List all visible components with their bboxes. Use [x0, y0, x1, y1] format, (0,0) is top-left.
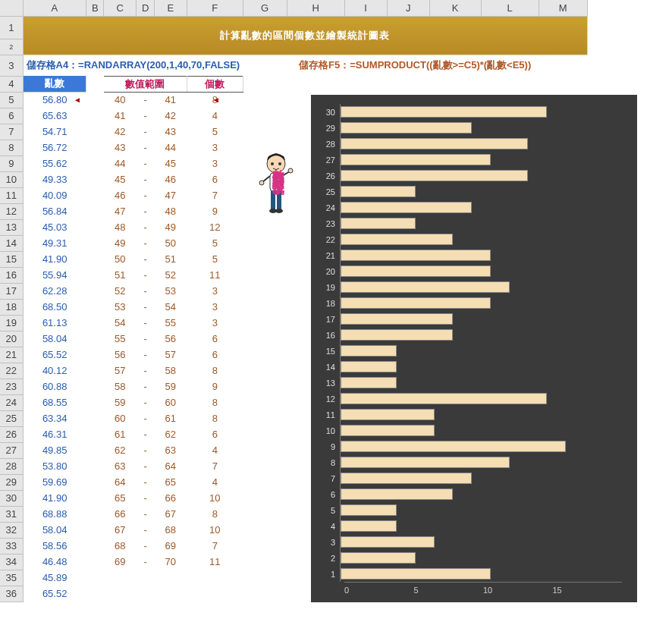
cell-E32[interactable]: 68	[154, 522, 187, 538]
cell-F11[interactable]: 7	[187, 187, 243, 203]
row-header-5[interactable]: 5	[0, 92, 23, 108]
cell-D16[interactable]: -	[137, 267, 154, 283]
cell-A9[interactable]: 55.62	[23, 156, 86, 171]
cell-D20[interactable]: -	[137, 331, 154, 347]
cell-C17[interactable]: 52	[104, 283, 137, 299]
cell-D9[interactable]: -	[137, 156, 154, 171]
cell-F21[interactable]: 6	[187, 347, 243, 363]
cell-F12[interactable]: 9	[187, 203, 243, 219]
cell-E27[interactable]: 63	[154, 442, 187, 458]
cell-E22[interactable]: 58	[154, 363, 187, 379]
cell-F29[interactable]: 4	[187, 474, 243, 490]
cell-C7[interactable]: 42	[104, 124, 137, 140]
cell-C11[interactable]: 46	[104, 187, 137, 203]
cell-C22[interactable]: 57	[104, 363, 137, 379]
cell-C24[interactable]: 59	[104, 394, 137, 410]
cell-A10[interactable]: 49.33	[23, 171, 86, 187]
row-header-12[interactable]: 12	[0, 203, 23, 219]
cell-F23[interactable]: 9	[187, 379, 243, 394]
cell-E23[interactable]: 59	[154, 379, 187, 394]
row-header-9[interactable]: 9	[0, 156, 23, 171]
cell-E11[interactable]: 47	[154, 187, 187, 203]
cell-A26[interactable]: 46.31	[23, 426, 86, 442]
cell-C12[interactable]: 47	[104, 203, 137, 219]
col-header-K[interactable]: K	[429, 0, 481, 16]
row-header-30[interactable]: 30	[0, 490, 23, 506]
cell-A27[interactable]: 49.85	[23, 442, 86, 458]
cell-A16[interactable]: 55.94	[23, 267, 86, 283]
col-header-L[interactable]: L	[481, 0, 539, 16]
cell-E19[interactable]: 55	[154, 315, 187, 331]
cell-E7[interactable]: 43	[154, 124, 187, 140]
row-header-16[interactable]: 16	[0, 267, 23, 283]
cell-A17[interactable]: 62.28	[23, 283, 86, 299]
cell-A36[interactable]: 65.52	[23, 586, 86, 602]
col-header-B[interactable]: B	[86, 0, 104, 16]
cell-C26[interactable]: 61	[104, 426, 137, 442]
cell-D27[interactable]: -	[137, 442, 154, 458]
cell-A6[interactable]: 65.63	[23, 108, 86, 124]
cell-F15[interactable]: 5	[187, 251, 243, 267]
cell-A24[interactable]: 68.55	[23, 394, 86, 410]
row-header-18[interactable]: 18	[0, 299, 23, 315]
cell-C16[interactable]: 51	[104, 267, 137, 283]
cell-A14[interactable]: 49.31	[23, 235, 86, 251]
row-header-15[interactable]: 15	[0, 251, 23, 267]
col-header-A[interactable]: A	[23, 0, 86, 16]
cell-F20[interactable]: 6	[187, 331, 243, 347]
cell-D24[interactable]: -	[137, 394, 154, 410]
cell-D6[interactable]: -	[137, 108, 154, 124]
row-header-27[interactable]: 27	[0, 442, 23, 458]
cell-E9[interactable]: 45	[154, 156, 187, 171]
row-header-20[interactable]: 20	[0, 331, 23, 347]
cell-A13[interactable]: 45.03	[23, 219, 86, 235]
cell-D28[interactable]: -	[137, 458, 154, 474]
col-header-J[interactable]: J	[387, 0, 429, 16]
cell-D18[interactable]: -	[137, 299, 154, 315]
cell-C5[interactable]: 40	[104, 92, 137, 108]
cell-D34[interactable]: -	[137, 554, 154, 570]
cell-A35[interactable]: 45.89	[23, 570, 86, 586]
cell-D31[interactable]: -	[137, 506, 154, 522]
cell-D17[interactable]: -	[137, 283, 154, 299]
col-header-F[interactable]: F	[187, 0, 243, 16]
row-header-8[interactable]: 8	[0, 140, 23, 156]
cell-A28[interactable]: 53.80	[23, 458, 86, 474]
cell-F27[interactable]: 4	[187, 442, 243, 458]
cell-E10[interactable]: 46	[154, 171, 187, 187]
row-header-22[interactable]: 22	[0, 363, 23, 379]
cell-C29[interactable]: 64	[104, 474, 137, 490]
cell-D14[interactable]: -	[137, 235, 154, 251]
row-header-28[interactable]: 28	[0, 458, 23, 474]
cell-F18[interactable]: 3	[187, 299, 243, 315]
row-header-34[interactable]: 34	[0, 554, 23, 570]
row-header-19[interactable]: 19	[0, 315, 23, 331]
cell-D30[interactable]: -	[137, 490, 154, 506]
cell-C9[interactable]: 44	[104, 156, 137, 171]
cell-F26[interactable]: 6	[187, 426, 243, 442]
cell-E13[interactable]: 49	[154, 219, 187, 235]
cell-F8[interactable]: 3	[187, 140, 243, 156]
cell-C23[interactable]: 58	[104, 379, 137, 394]
cell-F33[interactable]: 7	[187, 538, 243, 554]
row-header-14[interactable]: 14	[0, 235, 23, 251]
cell-D29[interactable]: -	[137, 474, 154, 490]
cell-E8[interactable]: 44	[154, 140, 187, 156]
cell-A32[interactable]: 58.04	[23, 522, 86, 538]
cell-A11[interactable]: 40.09	[23, 187, 86, 203]
row-header-13[interactable]: 13	[0, 219, 23, 235]
cell-C31[interactable]: 66	[104, 506, 137, 522]
cell-C21[interactable]: 56	[104, 347, 137, 363]
cell-E30[interactable]: 66	[154, 490, 187, 506]
cell-D23[interactable]: -	[137, 379, 154, 394]
cell-E15[interactable]: 51	[154, 251, 187, 267]
cell-F7[interactable]: 5	[187, 124, 243, 140]
cell-E25[interactable]: 61	[154, 410, 187, 426]
cell-F6[interactable]: 4	[187, 108, 243, 124]
cell-D7[interactable]: -	[137, 124, 154, 140]
cell-F25[interactable]: 8	[187, 410, 243, 426]
cell-A12[interactable]: 56.84	[23, 203, 86, 219]
cell-E16[interactable]: 52	[154, 267, 187, 283]
row-header-33[interactable]: 33	[0, 538, 23, 554]
row-header-2[interactable]: 2	[0, 39, 23, 55]
